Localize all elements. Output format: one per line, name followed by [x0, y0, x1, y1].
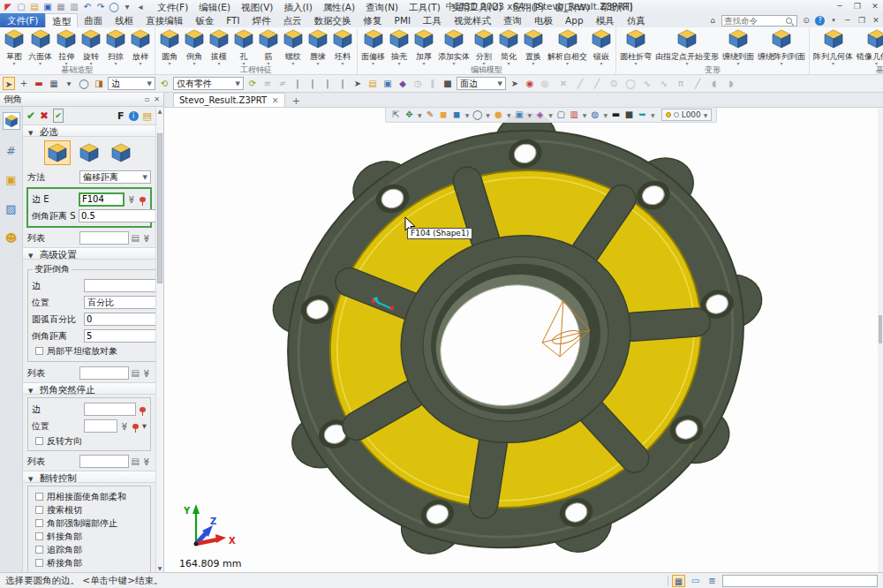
file-menu-button[interactable]: 文件(F): [0, 13, 45, 27]
visual-manager-icon[interactable]: ▣: [3, 170, 20, 188]
v-list-input[interactable]: [79, 366, 129, 380]
viewport-scroll-thumb[interactable]: [879, 315, 882, 343]
chamfer-type-offset-button[interactable]: [44, 140, 71, 165]
ribbon-tab-修复[interactable]: 修复: [358, 13, 389, 27]
c-position-input[interactable]: [84, 419, 117, 433]
remove-selection-icon[interactable]: ▬: [33, 77, 45, 90]
v-arc-input[interactable]: [85, 314, 155, 324]
scene-icon[interactable]: ▣: [514, 108, 525, 122]
ribbon-item-筋[interactable]: 筋▾: [256, 28, 281, 65]
manager-filter-icon[interactable]: ▣: [381, 77, 394, 90]
print-preview-icon[interactable]: ▥: [69, 2, 79, 12]
chevron-down-icon[interactable]: ▼: [528, 112, 532, 118]
ribbon-item-六面体[interactable]: 六面体▾: [26, 28, 54, 65]
section-advanced[interactable]: ▼ 高级设置: [23, 247, 155, 260]
grid-toggle-icon[interactable]: ▦: [672, 575, 685, 587]
ribbon-item-面偏移[interactable]: 面偏移▾: [359, 28, 387, 65]
list-input[interactable]: [79, 231, 129, 245]
distance-input[interactable]: [79, 211, 155, 221]
v-arc-spinner[interactable]: ▲▼: [84, 313, 155, 326]
ribbon-item-简化[interactable]: 简化▾: [496, 28, 521, 65]
flat-scale-checkbox[interactable]: [35, 347, 43, 355]
panel-float-icon[interactable]: ▫: [145, 95, 149, 103]
chevron-down-icon[interactable]: ▼: [651, 112, 655, 118]
flip-option-checkbox-1[interactable]: [35, 506, 43, 514]
ribbon-item-螺纹[interactable]: 螺纹▾: [281, 28, 306, 65]
doc-page-icon[interactable]: ▤: [143, 110, 152, 122]
folder-filter-icon[interactable]: ▤: [366, 77, 379, 90]
cancel-button[interactable]: ✖: [40, 109, 49, 122]
panel-close-icon[interactable]: ✕: [154, 95, 160, 103]
expand-chevron-icon[interactable]: ≫: [120, 422, 129, 431]
chevron-down-icon[interactable]: ▼: [507, 112, 511, 118]
ribbon-tab-线框[interactable]: 线框: [109, 13, 140, 27]
snap-filter-combo[interactable]: 面边 ▼: [457, 77, 506, 90]
ribbon-tab-钣金[interactable]: 钣金: [189, 13, 220, 27]
sketch-arc-icon[interactable]: π: [675, 77, 687, 90]
ribbon-item-解析自相交[interactable]: 解析自相交▾: [546, 28, 589, 65]
section-flip-control[interactable]: ▼ 翻转控制: [23, 471, 155, 483]
ribbon-item-镜像几何体[interactable]: 镜像几何体▾: [855, 28, 883, 65]
chevron-down-icon[interactable]: ▼: [603, 112, 608, 118]
shaded-view-icon[interactable]: ◼: [451, 108, 463, 122]
chevron-down-icon[interactable]: ▼: [63, 77, 75, 90]
ribbon-item-放样[interactable]: 放样▾: [128, 28, 153, 65]
print-icon[interactable]: ▦: [56, 2, 66, 12]
point-snap-icon[interactable]: ◉: [524, 77, 536, 90]
chevron-down-icon[interactable]: ▼: [465, 112, 470, 118]
distance-spinner[interactable]: mm ▲▼: [79, 209, 155, 222]
bg-color-icon[interactable]: ■: [623, 108, 635, 122]
menu-item-0[interactable]: 文件(F): [153, 1, 192, 13]
chamfer-type-vertex-button[interactable]: [108, 140, 134, 165]
pick-required-icon[interactable]: [140, 407, 146, 412]
document-tab[interactable]: Stevo_Result.Z3PRT ✕: [173, 93, 285, 107]
ribbon-item-阵列几何体[interactable]: 阵列几何体▾: [811, 28, 855, 65]
wireframe-view-icon[interactable]: ◯: [472, 108, 483, 122]
doc-close-icon[interactable]: ✕: [871, 16, 881, 25]
toggle-filter-4-icon[interactable]: |: [336, 77, 349, 90]
toggle-filter-2-icon[interactable]: |: [306, 77, 319, 90]
role-panel-icon[interactable]: ☻: [3, 229, 20, 246]
ribbon-item-置换[interactable]: 置换▾: [521, 28, 546, 65]
save-icon[interactable]: ▣: [42, 2, 53, 12]
ribbon-tab-造型[interactable]: 造型: [45, 13, 78, 27]
sketch-circle-icon[interactable]: ◯: [624, 77, 637, 90]
viewport-scrollbar[interactable]: [878, 108, 883, 572]
v-edge-input[interactable]: [84, 279, 155, 292]
monitor-toggle-icon[interactable]: ▭: [689, 575, 702, 587]
solid-view-icon[interactable]: ◼: [438, 108, 449, 122]
qat-collapse-icon[interactable]: ◂: [135, 2, 146, 12]
add-selection-icon[interactable]: +: [18, 77, 30, 90]
v-distance-input[interactable]: [85, 331, 155, 341]
doc-restore-icon[interactable]: ❐: [857, 16, 867, 25]
ribbon-item-拔模[interactable]: 拔模▾: [207, 28, 231, 65]
expand-chevron-icon[interactable]: ≫: [142, 457, 151, 466]
v-distance-spinner[interactable]: mm ▲▼: [84, 329, 155, 343]
ribbon-tab-直接编辑[interactable]: 直接编辑: [140, 13, 189, 27]
status-input-box[interactable]: [722, 575, 878, 587]
regen-icon[interactable]: ◯: [109, 2, 119, 12]
ribbon-tab-查询[interactable]: 查询: [497, 13, 528, 27]
ribbon-item-圆角[interactable]: 圆角▾: [157, 28, 182, 65]
orient-view-icon[interactable]: ✥: [404, 108, 415, 122]
command-search-input[interactable]: [722, 16, 786, 26]
menu-item-3[interactable]: 插入(I): [279, 1, 316, 13]
entity-filter-icon[interactable]: ◆: [396, 77, 409, 90]
ribbon-tab-数据交换[interactable]: 数据交换: [308, 13, 358, 27]
ribbon-item-添加实体[interactable]: 添加实体▾: [436, 28, 472, 65]
menu-item-1[interactable]: 编辑(E): [194, 1, 235, 13]
command-search[interactable]: [721, 15, 797, 26]
select-cursor-icon[interactable]: ➤: [3, 77, 15, 90]
3d-part-model[interactable]: [164, 108, 883, 572]
globe-view-icon[interactable]: ◍: [589, 108, 600, 122]
info-icon[interactable]: i: [129, 111, 139, 121]
edge-input[interactable]: [79, 192, 125, 207]
sketch-spline-icon[interactable]: ∿: [658, 77, 670, 90]
close-icon[interactable]: ✕: [869, 0, 881, 12]
circle-snap-icon[interactable]: ◎: [539, 77, 551, 90]
method-combo[interactable]: 偏移距离 ▼: [79, 170, 151, 184]
exit-view-icon[interactable]: ⇱: [390, 108, 402, 122]
open-file-icon[interactable]: ▤: [29, 2, 40, 12]
ribbon-item-坯料[interactable]: 坯料▾: [330, 28, 355, 65]
flip-option-checkbox-5[interactable]: [35, 559, 43, 567]
